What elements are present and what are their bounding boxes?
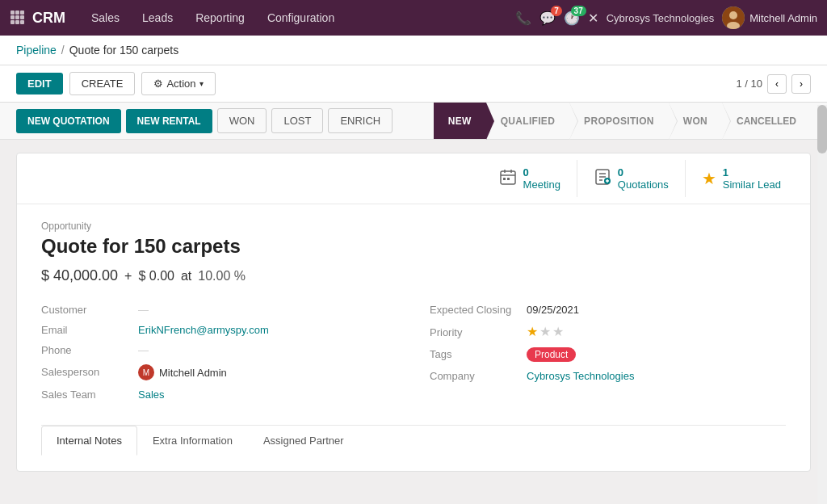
nav-configuration[interactable]: Configuration bbox=[258, 6, 344, 29]
stage-cancelled[interactable]: CANCELLED bbox=[722, 103, 811, 139]
svg-rect-6 bbox=[10, 20, 15, 24]
expected-closing-value[interactable]: 09/25/2021 bbox=[527, 304, 579, 316]
new-rental-button[interactable]: NEW RENTAL bbox=[126, 109, 212, 133]
price-at: at bbox=[181, 269, 191, 284]
chevron-down-icon: ▾ bbox=[199, 79, 204, 88]
grid-icon[interactable] bbox=[10, 10, 24, 27]
tab-internal-notes[interactable]: Internal Notes bbox=[41, 426, 137, 456]
tag-product[interactable]: Product bbox=[527, 347, 576, 362]
nav-sales[interactable]: Sales bbox=[82, 6, 129, 29]
phone-value[interactable]: — bbox=[138, 344, 149, 356]
record-card: 0 Meeting bbox=[16, 153, 811, 472]
enrich-button[interactable]: ENRICH bbox=[328, 108, 393, 133]
tab-extra-information[interactable]: Extra Information bbox=[137, 426, 248, 456]
svg-rect-0 bbox=[10, 10, 15, 15]
record-navigation: 1 / 10 ‹ › bbox=[736, 74, 811, 94]
customer-label: Customer bbox=[41, 304, 138, 316]
chat-icon[interactable]: 💬 7 bbox=[539, 10, 556, 26]
tabs-bar: Internal Notes Extra Information Assigne… bbox=[41, 425, 786, 455]
quotations-icon bbox=[594, 168, 611, 190]
similar-lead-count-label: 1 Similar Lead bbox=[723, 166, 781, 191]
quotations-count-label: 0 Quotations bbox=[618, 166, 669, 191]
svg-point-10 bbox=[729, 11, 737, 19]
stage-proposition[interactable]: PROPOSITION bbox=[569, 103, 669, 139]
opportunity-title[interactable]: Quote for 150 carpets bbox=[41, 235, 786, 258]
stage-new[interactable]: NEW bbox=[434, 103, 486, 139]
breadcrumb-separator: / bbox=[61, 44, 65, 57]
star-2[interactable]: ★ bbox=[539, 324, 551, 339]
svg-rect-16 bbox=[503, 178, 506, 180]
sales-team-row: Sales Team Sales bbox=[41, 388, 397, 401]
star-icon: ★ bbox=[702, 169, 716, 188]
price-extra[interactable]: $ 0.00 bbox=[138, 269, 174, 284]
price-main[interactable]: $ 40,000.00 bbox=[41, 267, 118, 284]
meeting-count-label: 0 Meeting bbox=[523, 166, 560, 191]
star-3[interactable]: ★ bbox=[552, 324, 564, 339]
tags-row: Tags Product bbox=[430, 347, 786, 362]
similar-lead-button[interactable]: ★ 1 Similar Lead bbox=[686, 160, 797, 197]
salesperson-name: Mitchell Admin bbox=[159, 367, 227, 379]
edit-button[interactable]: EDIT bbox=[16, 73, 63, 94]
action-button[interactable]: ⚙ Action ▾ bbox=[141, 72, 215, 95]
company-row: Company Cybrosys Technologies bbox=[430, 370, 786, 382]
quotations-button[interactable]: 0 Quotations bbox=[577, 160, 686, 197]
star-1[interactable]: ★ bbox=[527, 324, 538, 339]
won-button[interactable]: WON bbox=[217, 108, 267, 133]
form-left-column: Customer — Email ErikNFrench@armyspy.com… bbox=[41, 304, 397, 409]
scrollbar-thumb[interactable] bbox=[817, 105, 827, 153]
svg-rect-8 bbox=[20, 20, 24, 24]
clock-icon[interactable]: 🕐 37 bbox=[564, 10, 580, 26]
price-pct[interactable]: 10.00 % bbox=[198, 269, 246, 284]
svg-rect-5 bbox=[20, 15, 24, 19]
email-value[interactable]: ErikNFrench@armyspy.com bbox=[138, 324, 269, 336]
stage-qualified[interactable]: QUALIFIED bbox=[486, 103, 569, 139]
customer-row: Customer — bbox=[41, 304, 397, 316]
tab-assigned-partner[interactable]: Assigned Partner bbox=[248, 426, 359, 456]
nav-leads[interactable]: Leads bbox=[132, 6, 183, 29]
user-menu[interactable]: Mitchell Admin bbox=[722, 6, 817, 29]
priority-stars[interactable]: ★ ★ ★ bbox=[527, 324, 564, 339]
opportunity-label: Opportunity bbox=[41, 220, 786, 232]
tags-label: Tags bbox=[430, 348, 527, 360]
meeting-button[interactable]: 0 Meeting bbox=[483, 160, 577, 197]
user-name: Mitchell Admin bbox=[749, 12, 817, 24]
svg-rect-4 bbox=[15, 15, 19, 19]
next-record-button[interactable]: › bbox=[791, 74, 811, 94]
customer-value[interactable]: — bbox=[138, 304, 149, 316]
phone-icon[interactable]: 📞 bbox=[515, 10, 531, 26]
record-position: 1 / 10 bbox=[736, 78, 762, 90]
form-body: Opportunity Quote for 150 carpets $ 40,0… bbox=[17, 204, 810, 471]
smart-buttons: 0 Meeting bbox=[17, 153, 810, 204]
company-value[interactable]: Cybrosys Technologies bbox=[527, 370, 634, 382]
clock-badge: 37 bbox=[571, 6, 586, 16]
svg-rect-7 bbox=[15, 20, 19, 24]
prev-record-button[interactable]: ‹ bbox=[767, 74, 787, 94]
price-row: $ 40,000.00 + $ 0.00 at 10.00 % bbox=[41, 267, 786, 284]
svg-rect-1 bbox=[15, 10, 19, 15]
breadcrumb-current: Quote for 150 carpets bbox=[69, 44, 178, 57]
sales-team-value[interactable]: Sales bbox=[138, 388, 165, 401]
chat-badge: 7 bbox=[551, 6, 562, 16]
phone-row: Phone — bbox=[41, 344, 397, 356]
app-logo[interactable]: CRM bbox=[32, 10, 65, 27]
form-right-column: Expected Closing 09/25/2021 Priority ★ ★… bbox=[430, 304, 786, 409]
breadcrumb: Pipeline / Quote for 150 carpets bbox=[0, 36, 827, 65]
action-bar: EDIT CREATE ⚙ Action ▾ 1 / 10 ‹ › bbox=[0, 65, 827, 103]
lost-button[interactable]: LOST bbox=[271, 108, 323, 133]
create-button[interactable]: CREATE bbox=[69, 72, 136, 95]
priority-label: Priority bbox=[430, 326, 527, 338]
email-label: Email bbox=[41, 324, 138, 336]
scrollbar-track bbox=[817, 105, 827, 504]
price-plus: + bbox=[124, 269, 132, 284]
salesperson-value[interactable]: M Mitchell Admin bbox=[138, 364, 227, 380]
nav-reporting[interactable]: Reporting bbox=[186, 6, 254, 29]
svg-rect-17 bbox=[507, 178, 510, 180]
svg-rect-2 bbox=[20, 10, 24, 15]
company-label: Company bbox=[430, 370, 527, 382]
breadcrumb-parent[interactable]: Pipeline bbox=[16, 44, 57, 57]
stage-bar: NEW QUOTATION NEW RENTAL WON LOST ENRICH… bbox=[0, 103, 827, 140]
gear-icon: ⚙ bbox=[153, 78, 163, 90]
close-icon[interactable]: ✕ bbox=[588, 10, 598, 26]
new-quotation-button[interactable]: NEW QUOTATION bbox=[16, 109, 121, 133]
salesperson-avatar: M bbox=[138, 364, 154, 380]
